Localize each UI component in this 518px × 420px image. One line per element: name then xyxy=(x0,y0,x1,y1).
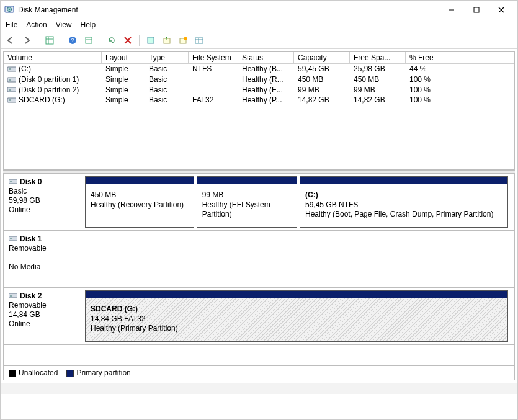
menu-view[interactable]: View xyxy=(56,20,72,29)
close-button[interactable] xyxy=(489,1,514,19)
disk-icon xyxy=(9,292,17,301)
volume-row[interactable]: SDCARD (G:)SimpleBasicFAT32Healthy (P...… xyxy=(4,95,514,105)
legend: Unallocated Primary partition xyxy=(3,366,515,380)
menubar: File Action View Help xyxy=(1,19,517,32)
svg-rect-26 xyxy=(9,79,11,81)
volume-row[interactable]: (Disk 0 partition 1)SimpleBasicHealthy (… xyxy=(4,74,514,85)
legend-unallocated: Unallocated xyxy=(9,369,58,377)
toolbar-icon-4[interactable] xyxy=(193,34,205,47)
col-fs[interactable]: File System xyxy=(189,52,238,64)
disk-info[interactable]: Disk 1RemovableNo Media xyxy=(4,231,81,287)
statusbar xyxy=(1,383,517,394)
disk-row: Disk 2Removable14,84 GBOnlineSDCARD (G:)… xyxy=(4,288,514,345)
partition[interactable]: (C:)59,45 GB NTFSHealthy (Boot, Page Fil… xyxy=(300,176,508,228)
disk-icon xyxy=(9,177,17,187)
delete-button[interactable] xyxy=(122,34,134,47)
menu-action[interactable]: Action xyxy=(26,20,47,29)
partition-body: 99 MBHealthy (EFI System Partition) xyxy=(197,184,297,227)
toolbar: ? xyxy=(1,32,517,49)
col-spacer xyxy=(449,52,514,64)
svg-rect-28 xyxy=(9,89,11,91)
volume-row[interactable]: (C:)SimpleBasicNTFSHealthy (B...59,45 GB… xyxy=(4,64,514,74)
back-button[interactable] xyxy=(4,34,17,47)
toolbar-icon-3[interactable] xyxy=(177,34,189,47)
volume-list-header: Volume Layout Type File System Status Ca… xyxy=(4,52,514,64)
disk-row: Disk 1RemovableNo Media xyxy=(4,231,514,288)
window-title: Disk Management xyxy=(18,6,78,14)
svg-rect-24 xyxy=(9,68,11,70)
forward-button[interactable] xyxy=(20,34,33,47)
svg-rect-36 xyxy=(10,295,12,297)
drive-icon xyxy=(7,86,16,94)
partition[interactable]: 99 MBHealthy (EFI System Partition) xyxy=(197,176,297,228)
partition-body: 450 MBHealthy (Recovery Partition) xyxy=(86,184,194,227)
svg-rect-32 xyxy=(10,181,12,182)
disk-partitions: 450 MBHealthy (Recovery Partition)99 MBH… xyxy=(81,174,514,230)
partition-body: SDCARD (G:)14,84 GB FAT32Healthy (Primar… xyxy=(86,298,507,341)
col-type[interactable]: Type xyxy=(145,52,189,64)
volume-row[interactable]: (Disk 0 partition 2)SimpleBasicHealthy (… xyxy=(4,85,514,96)
disk-partitions xyxy=(81,231,514,287)
svg-rect-34 xyxy=(10,238,12,239)
partition-header xyxy=(86,291,507,298)
col-pct[interactable]: % Free xyxy=(406,52,449,64)
svg-rect-12 xyxy=(86,37,92,43)
svg-rect-7 xyxy=(46,37,53,44)
app-icon xyxy=(4,5,14,15)
svg-rect-30 xyxy=(9,99,11,101)
col-status[interactable]: Status xyxy=(238,52,294,64)
svg-rect-4 xyxy=(474,7,479,12)
svg-point-2 xyxy=(9,9,10,10)
svg-rect-16 xyxy=(148,37,154,43)
col-capacity[interactable]: Capacity xyxy=(294,52,350,64)
disk-info[interactable]: Disk 0Basic59,98 GBOnline xyxy=(4,174,81,230)
partition[interactable]: 450 MBHealthy (Recovery Partition) xyxy=(85,176,194,228)
disk-info[interactable]: Disk 2Removable14,84 GBOnline xyxy=(4,288,81,344)
graphical-view: Disk 0Basic59,98 GBOnline450 MBHealthy (… xyxy=(3,174,515,366)
toolbar-icon-1[interactable] xyxy=(145,34,157,47)
refresh-button[interactable] xyxy=(105,34,118,47)
drive-icon xyxy=(7,96,16,105)
properties-button[interactable] xyxy=(83,34,95,47)
partition[interactable]: SDCARD (G:)14,84 GB FAT32Healthy (Primar… xyxy=(85,290,508,342)
help-button[interactable]: ? xyxy=(66,34,79,47)
col-layout[interactable]: Layout xyxy=(102,52,145,64)
svg-rect-20 xyxy=(195,38,203,43)
minimize-button[interactable] xyxy=(439,1,464,19)
drive-icon xyxy=(7,65,16,74)
col-free[interactable]: Free Spa... xyxy=(350,52,406,64)
drive-icon xyxy=(7,76,16,84)
titlebar: Disk Management xyxy=(1,1,517,19)
disk-row: Disk 0Basic59,98 GBOnline450 MBHealthy (… xyxy=(4,174,514,231)
toolbar-icon-2[interactable] xyxy=(161,34,173,47)
svg-point-19 xyxy=(184,37,187,40)
menu-help[interactable]: Help xyxy=(81,20,96,29)
show-hide-tree-button[interactable] xyxy=(43,34,56,47)
legend-primary: Primary partition xyxy=(66,369,130,377)
partition-header xyxy=(300,177,507,184)
partition-header xyxy=(197,177,297,184)
svg-text:?: ? xyxy=(71,37,74,43)
partition-header xyxy=(86,177,194,184)
col-volume[interactable]: Volume xyxy=(4,52,102,64)
maximize-button[interactable] xyxy=(464,1,489,19)
volume-list: Volume Layout Type File System Status Ca… xyxy=(3,51,515,170)
disk-partitions: SDCARD (G:)14,84 GB FAT32Healthy (Primar… xyxy=(81,288,514,344)
menu-file[interactable]: File xyxy=(6,20,17,29)
disk-icon xyxy=(9,235,17,244)
partition-body: (C:)59,45 GB NTFSHealthy (Boot, Page Fil… xyxy=(300,184,507,227)
